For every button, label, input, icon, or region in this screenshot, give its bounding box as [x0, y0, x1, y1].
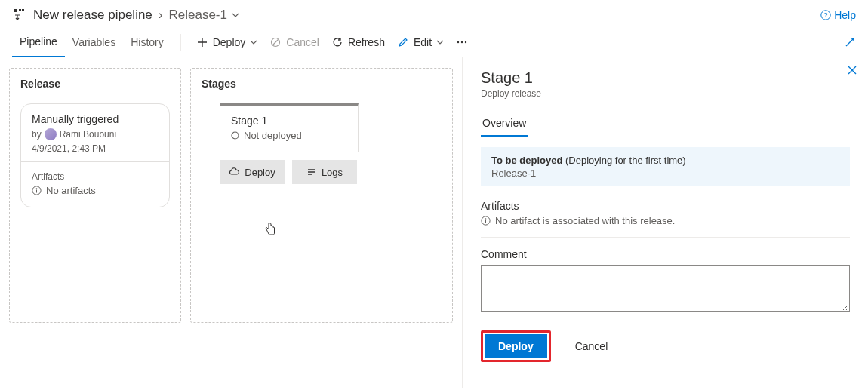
breadcrumb-current-label: Release-1: [169, 8, 228, 23]
svg-point-6: [457, 41, 459, 42]
panel-title: Stage 1: [481, 69, 850, 87]
svg-rect-2: [22, 9, 24, 11]
release-panel-title: Release: [20, 78, 170, 90]
close-icon[interactable]: [847, 65, 857, 75]
svg-point-12: [232, 132, 239, 139]
connector-line: [180, 158, 191, 158]
release-date: 4/9/2021, 2:43 PM: [32, 143, 159, 154]
artifacts-message-text: No artifact is associated with this rele…: [495, 215, 675, 226]
chevron-down-icon: [250, 38, 257, 46]
artifacts-message: No artifact is associated with this rele…: [481, 215, 850, 226]
deploy-button-highlight: Deploy: [481, 330, 551, 362]
avatar: [45, 128, 57, 140]
stage-deploy-label: Deploy: [245, 167, 275, 178]
pipeline-icon: [12, 8, 27, 23]
cancel-button[interactable]: Cancel: [563, 334, 620, 358]
banner-release: Release-1: [491, 167, 839, 179]
breadcrumb: New release pipeline › Release-1: [33, 8, 239, 23]
chevron-right-icon: ›: [159, 8, 163, 23]
stage-logs-label: Logs: [322, 167, 343, 178]
cancel-icon: [269, 36, 282, 48]
stage-card[interactable]: Stage 1 Not deployed: [220, 103, 359, 152]
release-card[interactable]: Manually triggered by Rami Bououni 4/9/2…: [20, 103, 170, 207]
svg-rect-0: [14, 9, 17, 12]
deploy-side-panel: Stage 1 Deploy release Overview To be de…: [462, 57, 868, 388]
refresh-icon: [331, 36, 343, 48]
stages-panel: Stages Stage 1 Not deployed Deploy: [190, 68, 453, 323]
expand-icon[interactable]: [844, 36, 856, 48]
release-trigger: Manually triggered: [32, 113, 159, 125]
deploy-button[interactable]: Deploy: [485, 334, 547, 358]
svg-point-8: [465, 41, 466, 42]
no-artifacts: No artifacts: [32, 185, 159, 196]
edit-label: Edit: [414, 36, 432, 48]
deploy-menu-button[interactable]: Deploy: [190, 30, 264, 54]
pencil-icon: [397, 36, 409, 48]
banner-bold: To be deployed: [491, 155, 562, 166]
tab-overview[interactable]: Overview: [481, 112, 528, 137]
stages-panel-title: Stages: [202, 78, 442, 90]
panel-subtitle: Deploy release: [481, 88, 850, 99]
plus-icon: [196, 36, 208, 48]
help-link[interactable]: ? Help: [820, 9, 856, 21]
more-button[interactable]: [450, 30, 474, 54]
no-artifacts-text: No artifacts: [46, 185, 96, 196]
svg-point-10: [36, 188, 38, 189]
breadcrumb-current[interactable]: Release-1: [169, 8, 240, 23]
artifacts-label: Artifacts: [32, 171, 159, 182]
stage-status: Not deployed: [231, 130, 347, 141]
comment-label: Comment: [481, 248, 850, 260]
divider: [481, 237, 850, 238]
cancel-button: Cancel: [263, 30, 325, 54]
tab-pipeline[interactable]: Pipeline: [12, 27, 65, 57]
info-icon: [481, 216, 491, 226]
help-label: Help: [834, 9, 856, 21]
author-name: Rami Bououni: [60, 129, 116, 140]
stage-deploy-button[interactable]: Deploy: [220, 160, 285, 184]
chevron-down-icon: [436, 38, 444, 46]
svg-point-14: [485, 218, 487, 220]
artifacts-title: Artifacts: [481, 200, 850, 212]
refresh-label: Refresh: [348, 36, 385, 48]
top-bar: New release pipeline › Release-1 ? Help: [0, 0, 868, 27]
stage-name: Stage 1: [231, 115, 347, 127]
circle-icon: [231, 131, 239, 140]
svg-point-7: [461, 41, 463, 42]
svg-text:?: ?: [824, 11, 828, 19]
cancel-label: Cancel: [286, 36, 319, 48]
help-icon: ?: [820, 10, 831, 20]
more-icon: [456, 36, 468, 48]
refresh-button[interactable]: Refresh: [325, 30, 391, 54]
tab-row: Pipeline Variables History Deploy Cancel…: [0, 27, 868, 57]
stage-status-text: Not deployed: [244, 130, 302, 141]
workspace: Release Manually triggered by Rami Bouou…: [0, 57, 868, 388]
tab-variables[interactable]: Variables: [65, 27, 123, 57]
svg-rect-15: [485, 220, 486, 223]
svg-rect-11: [36, 190, 37, 193]
breadcrumb-root[interactable]: New release pipeline: [33, 8, 152, 23]
chevron-down-icon: [232, 11, 239, 19]
info-icon: [32, 186, 42, 195]
comment-textarea[interactable]: [481, 265, 850, 312]
logs-icon: [306, 167, 317, 177]
release-panel: Release Manually triggered by Rami Bouou…: [9, 68, 181, 323]
banner-paren: (Deploying for the first time): [565, 155, 686, 166]
stage-logs-button[interactable]: Logs: [292, 160, 357, 184]
tab-history[interactable]: History: [123, 27, 171, 57]
separator: [180, 34, 181, 51]
release-author: by Rami Bououni: [32, 128, 159, 140]
deploy-info-banner: To be deployed (Deploying for the first …: [481, 147, 850, 186]
svg-rect-1: [19, 9, 21, 11]
left-area: Release Manually triggered by Rami Bouou…: [0, 57, 462, 388]
deploy-menu-label: Deploy: [213, 36, 246, 48]
by-prefix: by: [32, 129, 42, 140]
cloud-icon: [229, 167, 240, 177]
edit-menu-button[interactable]: Edit: [391, 30, 450, 54]
